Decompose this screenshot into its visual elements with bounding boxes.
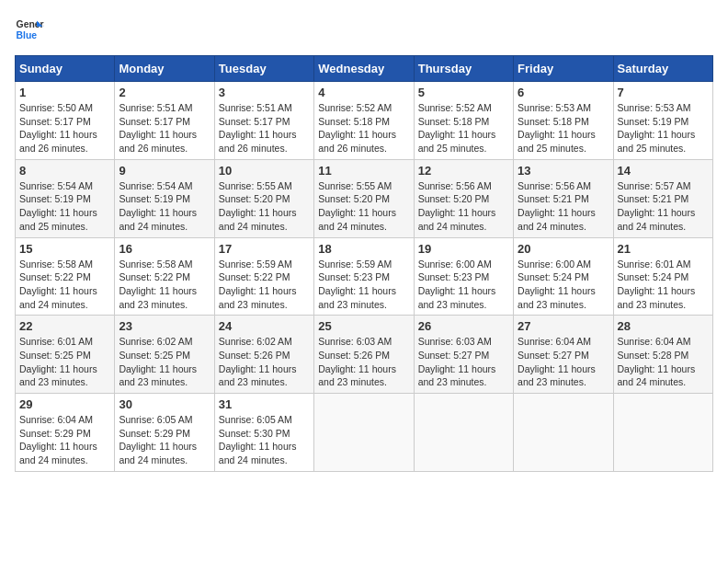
week-row-2: 8Sunrise: 5:54 AM Sunset: 5:19 PM Daylig… (16, 159, 713, 237)
column-header-sunday: Sunday (16, 56, 115, 82)
day-info: Sunrise: 5:55 AM Sunset: 5:20 PM Dayligh… (318, 179, 409, 234)
calendar-cell: 13Sunrise: 5:56 AM Sunset: 5:21 PM Dayli… (514, 159, 613, 237)
day-number: 25 (318, 319, 409, 333)
day-number: 30 (119, 397, 210, 411)
calendar-cell (414, 394, 513, 472)
day-info: Sunrise: 5:54 AM Sunset: 5:19 PM Dayligh… (119, 179, 210, 234)
day-info: Sunrise: 6:02 AM Sunset: 5:25 PM Dayligh… (119, 335, 210, 389)
calendar-cell: 29Sunrise: 6:04 AM Sunset: 5:29 PM Dayli… (16, 394, 115, 472)
day-number: 17 (219, 242, 310, 256)
day-number: 20 (518, 242, 609, 256)
week-row-4: 22Sunrise: 6:01 AM Sunset: 5:25 PM Dayli… (16, 316, 713, 394)
column-header-tuesday: Tuesday (214, 56, 313, 82)
day-number: 21 (618, 242, 709, 256)
column-header-thursday: Thursday (414, 56, 513, 82)
week-row-1: 1Sunrise: 5:50 AM Sunset: 5:17 PM Daylig… (16, 82, 713, 160)
calendar-cell: 16Sunrise: 5:58 AM Sunset: 5:22 PM Dayli… (115, 237, 214, 316)
svg-text:Blue: Blue (17, 30, 38, 40)
week-row-5: 29Sunrise: 6:04 AM Sunset: 5:29 PM Dayli… (16, 394, 713, 472)
day-number: 24 (219, 319, 310, 333)
day-info: Sunrise: 6:04 AM Sunset: 5:29 PM Dayligh… (19, 413, 110, 467)
calendar-cell: 22Sunrise: 6:01 AM Sunset: 5:25 PM Dayli… (16, 316, 115, 394)
column-header-monday: Monday (115, 56, 214, 82)
day-info: Sunrise: 5:55 AM Sunset: 5:20 PM Dayligh… (219, 179, 310, 234)
day-info: Sunrise: 5:53 AM Sunset: 5:19 PM Dayligh… (618, 101, 709, 155)
day-number: 8 (19, 164, 110, 178)
day-info: Sunrise: 5:56 AM Sunset: 5:21 PM Dayligh… (518, 179, 609, 234)
day-info: Sunrise: 5:53 AM Sunset: 5:18 PM Dayligh… (518, 101, 609, 155)
calendar-cell (514, 394, 613, 472)
calendar-cell: 10Sunrise: 5:55 AM Sunset: 5:20 PM Dayli… (214, 159, 313, 237)
day-info: Sunrise: 6:04 AM Sunset: 5:28 PM Dayligh… (618, 335, 709, 389)
column-header-wednesday: Wednesday (314, 56, 414, 82)
calendar-cell: 19Sunrise: 6:00 AM Sunset: 5:23 PM Dayli… (414, 237, 513, 316)
day-info: Sunrise: 5:59 AM Sunset: 5:22 PM Dayligh… (219, 258, 310, 312)
day-info: Sunrise: 5:50 AM Sunset: 5:17 PM Dayligh… (19, 101, 110, 155)
calendar-cell: 28Sunrise: 6:04 AM Sunset: 5:28 PM Dayli… (613, 316, 712, 394)
day-info: Sunrise: 5:52 AM Sunset: 5:18 PM Dayligh… (418, 101, 509, 155)
calendar-cell: 23Sunrise: 6:02 AM Sunset: 5:25 PM Dayli… (115, 316, 214, 394)
day-info: Sunrise: 5:51 AM Sunset: 5:17 PM Dayligh… (219, 101, 310, 155)
day-number: 3 (219, 86, 310, 99)
calendar-cell: 11Sunrise: 5:55 AM Sunset: 5:20 PM Dayli… (314, 159, 414, 237)
calendar-cell: 12Sunrise: 5:56 AM Sunset: 5:20 PM Dayli… (414, 159, 513, 237)
calendar-table: SundayMondayTuesdayWednesdayThursdayFrid… (15, 55, 713, 472)
column-header-friday: Friday (514, 56, 613, 82)
calendar-cell: 17Sunrise: 5:59 AM Sunset: 5:22 PM Dayli… (214, 237, 313, 316)
logo-icon: General Blue (15, 15, 44, 44)
calendar-cell: 20Sunrise: 6:00 AM Sunset: 5:24 PM Dayli… (514, 237, 613, 316)
calendar-cell: 4Sunrise: 5:52 AM Sunset: 5:18 PM Daylig… (314, 82, 414, 160)
calendar-cell: 3Sunrise: 5:51 AM Sunset: 5:17 PM Daylig… (214, 82, 313, 160)
calendar-cell: 25Sunrise: 6:03 AM Sunset: 5:26 PM Dayli… (314, 316, 414, 394)
day-number: 28 (618, 319, 709, 333)
column-header-saturday: Saturday (613, 56, 712, 82)
day-info: Sunrise: 5:52 AM Sunset: 5:18 PM Dayligh… (318, 101, 409, 155)
day-number: 22 (19, 319, 110, 333)
calendar-body: 1Sunrise: 5:50 AM Sunset: 5:17 PM Daylig… (16, 82, 713, 472)
calendar-cell: 8Sunrise: 5:54 AM Sunset: 5:19 PM Daylig… (16, 159, 115, 237)
day-number: 26 (418, 319, 509, 333)
day-number: 9 (119, 164, 210, 178)
day-info: Sunrise: 6:03 AM Sunset: 5:26 PM Dayligh… (318, 335, 409, 389)
day-number: 12 (418, 164, 509, 178)
logo: General Blue (15, 15, 44, 44)
calendar-cell: 18Sunrise: 5:59 AM Sunset: 5:23 PM Dayli… (314, 237, 414, 316)
day-info: Sunrise: 5:58 AM Sunset: 5:22 PM Dayligh… (19, 258, 110, 312)
calendar-cell (314, 394, 414, 472)
calendar-cell: 31Sunrise: 6:05 AM Sunset: 5:30 PM Dayli… (214, 394, 313, 472)
day-number: 15 (19, 242, 110, 256)
day-number: 13 (518, 164, 609, 178)
calendar-cell: 27Sunrise: 6:04 AM Sunset: 5:27 PM Dayli… (514, 316, 613, 394)
day-info: Sunrise: 6:02 AM Sunset: 5:26 PM Dayligh… (219, 335, 310, 389)
day-info: Sunrise: 6:04 AM Sunset: 5:27 PM Dayligh… (518, 335, 609, 389)
day-info: Sunrise: 5:54 AM Sunset: 5:19 PM Dayligh… (19, 179, 110, 234)
day-number: 29 (19, 397, 110, 411)
day-info: Sunrise: 6:05 AM Sunset: 5:30 PM Dayligh… (219, 413, 310, 467)
day-info: Sunrise: 6:03 AM Sunset: 5:27 PM Dayligh… (418, 335, 509, 389)
calendar-cell: 26Sunrise: 6:03 AM Sunset: 5:27 PM Dayli… (414, 316, 513, 394)
day-info: Sunrise: 6:05 AM Sunset: 5:29 PM Dayligh… (119, 413, 210, 467)
day-number: 18 (318, 242, 409, 256)
day-number: 11 (318, 164, 409, 178)
day-info: Sunrise: 5:59 AM Sunset: 5:23 PM Dayligh… (318, 258, 409, 312)
day-number: 2 (119, 86, 210, 99)
calendar-cell: 21Sunrise: 6:01 AM Sunset: 5:24 PM Dayli… (613, 237, 712, 316)
day-number: 6 (518, 86, 609, 99)
day-info: Sunrise: 6:01 AM Sunset: 5:24 PM Dayligh… (618, 258, 709, 312)
day-number: 19 (418, 242, 509, 256)
day-number: 27 (518, 319, 609, 333)
day-info: Sunrise: 6:01 AM Sunset: 5:25 PM Dayligh… (19, 335, 110, 389)
day-info: Sunrise: 5:57 AM Sunset: 5:21 PM Dayligh… (618, 179, 709, 234)
day-number: 14 (618, 164, 709, 178)
calendar-cell: 5Sunrise: 5:52 AM Sunset: 5:18 PM Daylig… (414, 82, 513, 160)
calendar-cell: 2Sunrise: 5:51 AM Sunset: 5:17 PM Daylig… (115, 82, 214, 160)
calendar-cell: 24Sunrise: 6:02 AM Sunset: 5:26 PM Dayli… (214, 316, 313, 394)
day-number: 31 (219, 397, 310, 411)
day-number: 5 (418, 86, 509, 99)
day-number: 23 (119, 319, 210, 333)
calendar-cell: 30Sunrise: 6:05 AM Sunset: 5:29 PM Dayli… (115, 394, 214, 472)
calendar-cell: 14Sunrise: 5:57 AM Sunset: 5:21 PM Dayli… (613, 159, 712, 237)
page-header: General Blue (15, 15, 713, 44)
day-number: 4 (318, 86, 409, 99)
day-info: Sunrise: 6:00 AM Sunset: 5:23 PM Dayligh… (418, 258, 509, 312)
